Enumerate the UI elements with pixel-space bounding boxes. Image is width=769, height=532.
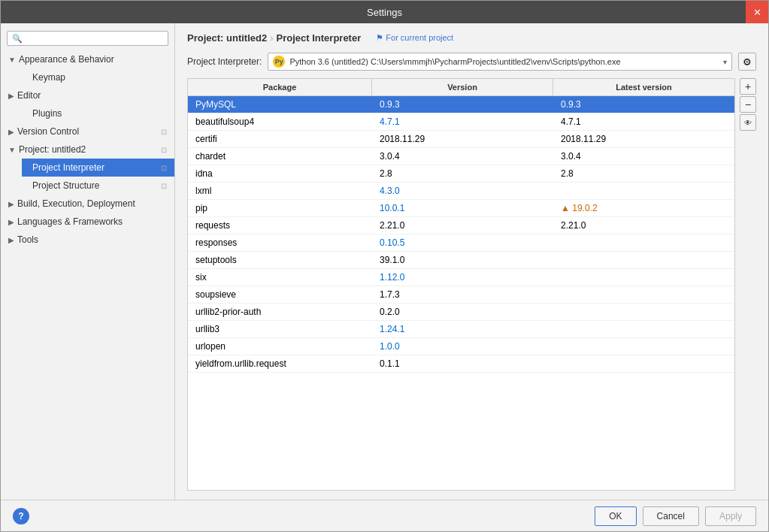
packages-table[interactable]: Package Version Latest version PyMySQL 0… bbox=[187, 78, 735, 491]
sidebar-item-label: Editor bbox=[17, 90, 41, 101]
cell-version: 2.8 bbox=[372, 165, 553, 182]
cell-latest bbox=[553, 355, 734, 372]
sidebar-item-label: Project Structure bbox=[32, 180, 99, 191]
cell-version: 1.12.0 bbox=[372, 269, 553, 286]
sidebar-item-label: Languages & Frameworks bbox=[17, 216, 123, 227]
cell-version: 2018.11.29 bbox=[372, 131, 553, 147]
cell-package: PyMySQL bbox=[188, 96, 372, 113]
expand-arrow: ▶ bbox=[8, 200, 14, 208]
cell-package: lxml bbox=[188, 183, 372, 199]
sidebar-item-version-control[interactable]: ▶ Version Control ⊡ bbox=[1, 122, 174, 141]
interpreter-settings-button[interactable]: ⚙ bbox=[738, 53, 756, 71]
table-row[interactable]: responses 0.10.5 bbox=[188, 234, 734, 252]
ok-button[interactable]: OK bbox=[595, 506, 636, 526]
breadcrumb: Project: untitled2 › Project Interpreter… bbox=[187, 32, 756, 44]
sidebar-item-label: Plugins bbox=[32, 108, 62, 119]
table-row[interactable]: urlopen 1.0.0 bbox=[188, 338, 734, 355]
cell-version: 0.2.0 bbox=[372, 304, 553, 320]
cell-latest: ▲ 19.0.2 bbox=[553, 200, 734, 216]
copy-icon: ⊡ bbox=[161, 164, 167, 172]
expand-arrow: ▶ bbox=[8, 92, 14, 100]
expand-arrow: ▼ bbox=[8, 146, 16, 154]
table-row[interactable]: chardet 3.0.4 3.0.4 bbox=[188, 148, 734, 165]
cell-latest bbox=[553, 234, 734, 251]
table-row[interactable]: PyMySQL 0.9.3 0.9.3 bbox=[188, 96, 734, 113]
remove-package-button[interactable]: − bbox=[740, 96, 756, 113]
sidebar-item-label: Build, Execution, Deployment bbox=[17, 198, 135, 209]
cell-latest: 0.9.3 bbox=[553, 96, 734, 113]
help-button[interactable]: ? bbox=[13, 508, 29, 524]
table-row[interactable]: yieldfrom.urllib.request 0.1.1 bbox=[188, 355, 734, 373]
cancel-button[interactable]: Cancel bbox=[643, 506, 699, 526]
sidebar-sub-project: Project Interpreter ⊡ Project Structure … bbox=[1, 159, 174, 195]
copy-icon: ⊡ bbox=[161, 128, 167, 136]
cell-package: beautifulsoup4 bbox=[188, 113, 372, 130]
python-icon: Py bbox=[273, 56, 285, 68]
cell-latest: 4.7.1 bbox=[553, 113, 734, 130]
sidebar-item-tools[interactable]: ▶ Tools bbox=[1, 231, 174, 249]
cell-package: soupsieve bbox=[188, 286, 372, 303]
dropdown-arrow-icon: ▾ bbox=[723, 58, 727, 66]
sidebar-item-project[interactable]: ▼ Project: untitled2 ⊡ bbox=[1, 141, 174, 159]
cell-version: 4.3.0 bbox=[372, 183, 553, 199]
cell-latest bbox=[553, 183, 734, 199]
sidebar-item-plugins[interactable]: Plugins bbox=[22, 104, 174, 122]
cell-latest: 2.21.0 bbox=[553, 217, 734, 234]
breadcrumb-current: Project Interpreter bbox=[277, 32, 362, 44]
breadcrumb-project: Project: untitled2 bbox=[187, 32, 267, 44]
table-row[interactable]: pip 10.0.1 ▲ 19.0.2 bbox=[188, 200, 734, 217]
sidebar-item-appearance[interactable]: ▼ Appearance & Behavior bbox=[1, 50, 174, 68]
packages-panel: Package Version Latest version PyMySQL 0… bbox=[187, 78, 756, 491]
window-title: Settings bbox=[367, 7, 402, 18]
cell-package: urlopen bbox=[188, 338, 372, 355]
search-box[interactable]: 🔍 bbox=[7, 31, 168, 46]
cell-version: 39.1.0 bbox=[372, 252, 553, 268]
sidebar: 🔍 ▼ Appearance & Behavior Keymap ▶ Edito… bbox=[1, 23, 175, 500]
expand-arrow: ▼ bbox=[8, 56, 16, 64]
breadcrumb-for-current: ⚑ For current project bbox=[376, 33, 453, 43]
cell-latest: 2018.11.29 bbox=[553, 131, 734, 147]
cell-package: setuptools bbox=[188, 252, 372, 268]
cell-version: 4.7.1 bbox=[372, 113, 553, 130]
sidebar-item-keymap[interactable]: Keymap bbox=[22, 68, 174, 86]
add-package-button[interactable]: + bbox=[740, 78, 756, 95]
cell-version: 10.0.1 bbox=[372, 200, 553, 216]
table-row[interactable]: requests 2.21.0 2.21.0 bbox=[188, 217, 734, 234]
sidebar-item-project-interpreter[interactable]: Project Interpreter ⊡ bbox=[22, 159, 174, 177]
interpreter-select[interactable]: Py Python 3.6 (untitled2) C:\Users\mmmjh… bbox=[268, 53, 732, 71]
search-input[interactable] bbox=[26, 33, 163, 44]
main-panel: Project: untitled2 › Project Interpreter… bbox=[175, 23, 768, 500]
expand-arrow: ▶ bbox=[8, 128, 14, 136]
cell-package: chardet bbox=[188, 148, 372, 165]
side-buttons: + − 👁 bbox=[740, 78, 756, 491]
table-row[interactable]: lxml 4.3.0 bbox=[188, 183, 734, 200]
table-row[interactable]: six 1.12.0 bbox=[188, 269, 734, 286]
cell-latest bbox=[553, 252, 734, 268]
cell-latest: 3.0.4 bbox=[553, 148, 734, 165]
sidebar-item-editor[interactable]: ▶ Editor bbox=[1, 86, 174, 104]
cell-version: 0.10.5 bbox=[372, 234, 553, 251]
cell-package: requests bbox=[188, 217, 372, 234]
sidebar-item-label: Project: untitled2 bbox=[19, 144, 86, 155]
close-button[interactable]: ✕ bbox=[746, 1, 768, 23]
cell-version: 0.9.3 bbox=[372, 96, 553, 113]
eye-button[interactable]: 👁 bbox=[740, 114, 756, 131]
sidebar-item-languages[interactable]: ▶ Languages & Frameworks bbox=[1, 213, 174, 231]
sidebar-item-label: Appearance & Behavior bbox=[19, 54, 114, 65]
table-row[interactable]: setuptools 39.1.0 bbox=[188, 252, 734, 269]
bottom-bar: ? OK Cancel Apply bbox=[1, 500, 768, 531]
cell-latest bbox=[553, 304, 734, 320]
table-row[interactable]: beautifulsoup4 4.7.1 4.7.1 bbox=[188, 113, 734, 131]
cell-version: 2.21.0 bbox=[372, 217, 553, 234]
table-row[interactable]: urllib3 1.24.1 bbox=[188, 321, 734, 338]
table-row[interactable]: soupsieve 1.7.3 bbox=[188, 286, 734, 304]
header-package: Package bbox=[188, 79, 372, 95]
sidebar-item-project-structure[interactable]: Project Structure ⊡ bbox=[22, 177, 174, 195]
interpreter-name: Python 3.6 (untitled2) C:\Users\mmmjh\Py… bbox=[289, 57, 720, 66]
apply-button[interactable]: Apply bbox=[705, 506, 756, 526]
gear-icon: ⚙ bbox=[743, 56, 752, 68]
table-row[interactable]: urllib2-prior-auth 0.2.0 bbox=[188, 304, 734, 321]
table-row[interactable]: idna 2.8 2.8 bbox=[188, 165, 734, 183]
sidebar-item-build[interactable]: ▶ Build, Execution, Deployment bbox=[1, 195, 174, 213]
table-row[interactable]: certifi 2018.11.29 2018.11.29 bbox=[188, 131, 734, 148]
